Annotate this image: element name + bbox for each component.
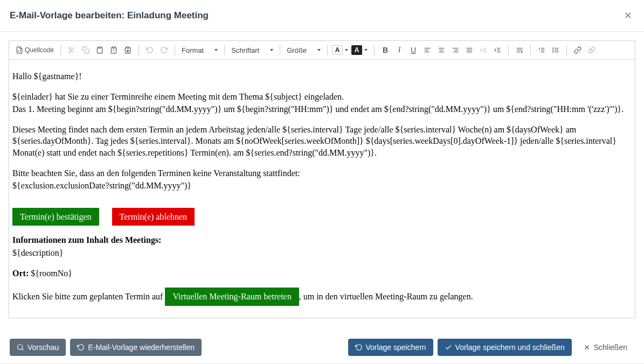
ordered-list-icon[interactable] (535, 44, 548, 57)
close-button[interactable]: Schließen (576, 339, 634, 356)
x-icon (583, 344, 591, 351)
modal-title: E-Mail-Vorlage bearbeiten: Einladung Mee… (10, 10, 209, 21)
underline-button[interactable]: U (407, 44, 420, 57)
svg-rect-9 (127, 47, 129, 48)
location-row: Ort: ${roomNo} (12, 268, 632, 279)
email-schedule: Das 1. Meeting beginnt am ${begin?string… (12, 103, 632, 115)
decline-appointment-button[interactable]: Termin(e) ablehnen (112, 208, 195, 226)
unlink-icon[interactable] (585, 44, 598, 57)
rich-text-editor: Quellcode Format Schriftart Größe A (9, 40, 635, 318)
separator (508, 45, 509, 55)
source-code-button[interactable]: Quellcode (13, 44, 56, 57)
separator (60, 45, 61, 55)
footer-right: Vorlage speichern Vorlage speichern und … (348, 339, 634, 356)
meeting-description: ${description} (12, 247, 632, 259)
footer-left: Vorschau E-Mail-Vorlage wiederherstellen (10, 339, 202, 356)
separator (224, 45, 225, 55)
email-series: Dieses Meeting findet nach dem ersten Te… (12, 124, 632, 159)
chevron-down-icon (317, 49, 321, 51)
separator (327, 45, 328, 55)
align-right-icon[interactable] (449, 44, 462, 57)
modal-header: E-Mail-Vorlage bearbeiten: Einladung Mee… (0, 0, 644, 32)
bold-button[interactable]: B (379, 44, 392, 57)
svg-point-43 (18, 345, 23, 349)
email-exclusion-intro: Bitte beachten Sie, dass an den folgende… (12, 167, 632, 179)
restore-icon (77, 344, 85, 351)
confirm-appointment-button[interactable]: Termin(e) bestätigen (12, 208, 99, 226)
separator (566, 45, 567, 55)
join-instruction: Klicken Sie bitte zum geplanten Termin a… (12, 288, 632, 306)
svg-rect-6 (99, 47, 101, 48)
email-exclusion-date: ${exclusion.exclusionDate?string("dd.MM.… (12, 180, 632, 192)
align-left-icon[interactable] (421, 44, 434, 57)
redo-icon[interactable] (157, 44, 170, 57)
size-select[interactable]: Größe (285, 44, 323, 57)
text-color-button[interactable]: A (332, 44, 350, 57)
separator (175, 45, 175, 55)
preview-button[interactable]: Vorschau (10, 339, 66, 356)
meeting-info-heading: Informationen zum Inhalt des Meetings: (12, 234, 632, 246)
svg-point-40 (553, 50, 553, 50)
save-template-button[interactable]: Vorlage speichern (348, 339, 433, 356)
svg-line-4 (71, 49, 72, 50)
svg-rect-5 (85, 49, 89, 53)
location-value: ${roomNo} (29, 269, 72, 278)
cut-icon[interactable] (65, 44, 78, 57)
indent-icon[interactable] (491, 44, 504, 57)
paste-icon[interactable] (93, 44, 106, 57)
outdent-icon[interactable] (477, 44, 490, 57)
svg-point-0 (69, 47, 71, 50)
separator (374, 45, 375, 55)
paste-word-icon[interactable] (121, 44, 134, 57)
align-justify-icon[interactable] (463, 44, 476, 57)
format-select[interactable]: Format (179, 44, 220, 57)
search-icon (17, 344, 24, 351)
separator (280, 45, 280, 55)
svg-line-3 (72, 51, 74, 52)
modal-footer: Vorschau E-Mail-Vorlage wiederherstellen… (0, 331, 644, 363)
restore-template-button[interactable]: E-Mail-Vorlage wiederherstellen (70, 339, 202, 356)
modal-dialog: E-Mail-Vorlage bearbeiten: Einladung Mee… (0, 0, 644, 364)
svg-line-42 (589, 47, 594, 52)
save-close-button[interactable]: Vorlage speichern und schließen (438, 339, 572, 356)
location-label: Ort: (12, 269, 29, 278)
svg-rect-7 (113, 47, 115, 48)
chevron-down-icon (364, 49, 368, 51)
undo-icon[interactable] (143, 44, 156, 57)
separator (139, 45, 139, 55)
svg-point-39 (553, 48, 553, 48)
email-greeting: Hallo ${gastname}! (12, 71, 632, 82)
editor-toolbar: Quellcode Format Schriftart Größe A (9, 41, 635, 60)
editor-content-area[interactable]: Hallo ${gastname}! ${einlader} hat Sie z… (9, 60, 635, 318)
copy-icon[interactable] (79, 44, 92, 57)
align-center-icon[interactable] (435, 44, 448, 57)
chevron-down-icon (345, 49, 348, 51)
email-intro: ${einlader} hat Sie zu einer Terminreihe… (12, 91, 632, 103)
chevron-down-icon (270, 49, 273, 51)
italic-button[interactable]: I (393, 44, 406, 57)
font-select[interactable]: Schriftart (229, 44, 275, 57)
paste-text-icon[interactable] (107, 44, 120, 57)
unordered-list-icon[interactable] (549, 44, 562, 57)
svg-point-41 (553, 52, 553, 52)
close-icon[interactable]: ✕ (622, 8, 634, 24)
modal-body: Quellcode Format Schriftart Größe A (0, 32, 644, 331)
check-icon (445, 344, 452, 351)
chevron-down-icon (214, 49, 218, 51)
separator (530, 45, 531, 55)
svg-line-44 (22, 349, 24, 351)
bg-color-button[interactable]: A (351, 44, 370, 57)
action-buttons-row: Termin(e) bestätigen Termin(e) ablehnen (12, 208, 632, 226)
link-icon[interactable] (571, 44, 584, 57)
refresh-icon (355, 344, 363, 351)
svg-point-1 (69, 51, 71, 53)
remove-format-icon[interactable] (513, 44, 526, 57)
join-meeting-button[interactable]: Virtuellen Meeting-Raum betreten (165, 288, 299, 306)
